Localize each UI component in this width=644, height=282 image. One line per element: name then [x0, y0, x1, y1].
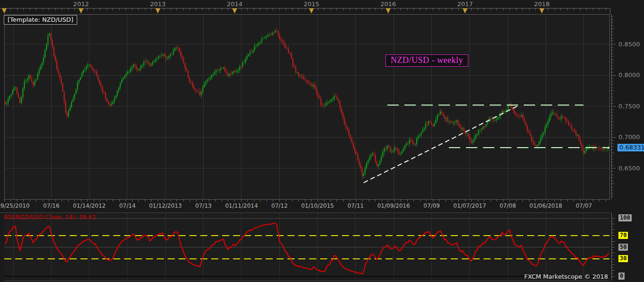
price-axis-label: 0.8000	[618, 71, 640, 79]
last-price-badge: 0.68331	[617, 144, 644, 151]
rsi-indicator-label: RSI(NZD/USD.Close, 14): 39.62	[4, 213, 96, 220]
year-label: 2012	[73, 0, 89, 8]
date-label: 07/12	[271, 203, 288, 209]
rsi-scale-badge: 70	[618, 232, 628, 239]
year-marker-icon	[463, 9, 467, 14]
date-label: 07/07	[576, 203, 592, 209]
date-label: 07/13	[195, 203, 212, 209]
date-label: 01/10/2015	[301, 203, 334, 209]
year-marker-icon	[309, 9, 314, 14]
date-label: 07/11	[348, 203, 364, 209]
price-axis-label: 0.7000	[618, 133, 640, 141]
year-marker-icon	[79, 9, 83, 14]
year-label: 2016	[380, 0, 396, 8]
price-axis-label: 0.6500	[618, 165, 640, 172]
date-label: 01/06/2018	[529, 203, 562, 209]
rsi-chart-area[interactable]	[4, 213, 609, 281]
copyright-label: FXCM Marketscope © 2018	[524, 273, 608, 280]
rsi-scale-badge: 30	[618, 255, 628, 262]
price-axis-label: 0.7500	[618, 103, 640, 110]
chart-canvas	[0, 0, 644, 282]
date-label: 07/16	[43, 203, 60, 209]
year-label: 2018	[534, 0, 550, 8]
date-label: 01/07/2017	[453, 203, 486, 209]
year-marker-icon	[539, 9, 544, 14]
year-label: 2015	[304, 0, 319, 8]
chart-window: [Template: NZD/USD] NZD/USD - weekly RSI…	[0, 0, 644, 282]
date-label: 07/08	[500, 203, 516, 209]
template-label: [Template: NZD/USD]	[4, 15, 77, 25]
price-axis-label: 0.8500	[618, 41, 640, 48]
date-label: 01/12/2013	[149, 203, 182, 209]
rsi-scale-badge: 100	[618, 214, 632, 221]
year-marker-icon	[2, 9, 7, 14]
main-chart-area[interactable]	[4, 14, 609, 199]
year-label: 2017	[457, 0, 473, 8]
date-label: 07/09	[423, 203, 440, 209]
year-marker-icon	[155, 9, 160, 14]
rsi-scale-badge: 0	[618, 273, 625, 280]
date-label: 01/11/2014	[225, 203, 258, 209]
rsi-scale-badge: 50	[618, 244, 628, 251]
year-marker-icon	[386, 9, 391, 14]
symbol-timeframe-badge: NZD/USD - weekly	[385, 54, 468, 67]
date-label: 09/25/2010	[0, 203, 30, 209]
year-label: 2014	[227, 0, 242, 8]
date-label: 07/14	[119, 203, 136, 209]
year-marker-icon	[233, 9, 237, 14]
date-label: 01/09/2016	[377, 203, 410, 209]
date-label: 01/14/2012	[73, 203, 106, 209]
year-label: 2013	[150, 0, 166, 8]
